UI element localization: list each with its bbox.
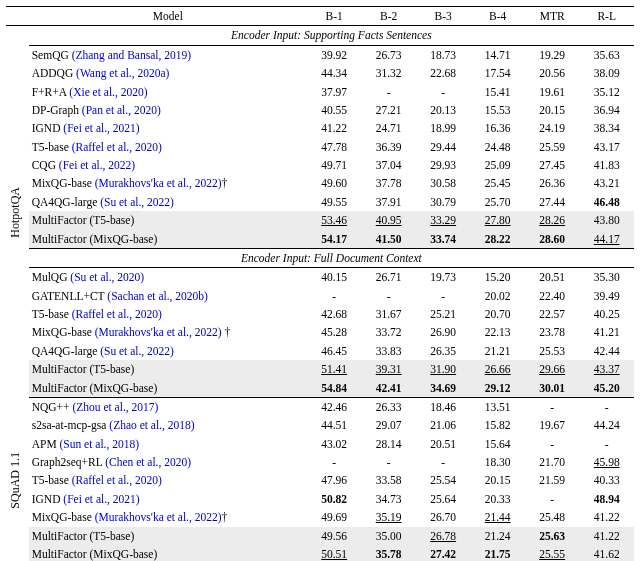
value-cell: 20.13: [416, 101, 471, 119]
value-cell: 31.67: [361, 305, 416, 323]
value-cell: 18.99: [416, 119, 471, 137]
value-cell: 49.60: [307, 174, 362, 192]
value-cell: 44.24: [579, 416, 634, 434]
value-cell: 26.70: [416, 508, 471, 526]
value-cell: 40.55: [307, 101, 362, 119]
model-cell: MultiFactor (T5-base): [29, 360, 307, 378]
model-cell: MultiFactor (T5-base): [29, 211, 307, 229]
value-cell: 34.69: [416, 379, 471, 398]
value-cell: 29.07: [361, 416, 416, 434]
value-cell: 46.48: [579, 193, 634, 211]
value-cell: 49.71: [307, 156, 362, 174]
value-cell: 25.45: [470, 174, 525, 192]
model-cell: QA4QG-large (Su et al., 2022): [29, 193, 307, 211]
model-cell: GATENLL+CT (Sachan et al., 2020b): [29, 287, 307, 305]
value-cell: -: [525, 397, 580, 416]
value-cell: 36.94: [579, 101, 634, 119]
value-cell: 19.29: [525, 45, 580, 64]
value-cell: 38.34: [579, 119, 634, 137]
value-cell: 37.91: [361, 193, 416, 211]
value-cell: 51.41: [307, 360, 362, 378]
value-cell: 41.22: [307, 119, 362, 137]
value-cell: -: [525, 490, 580, 508]
value-cell: 37.97: [307, 83, 362, 101]
value-cell: 18.46: [416, 397, 471, 416]
value-cell: 15.41: [470, 83, 525, 101]
value-cell: 41.21: [579, 323, 634, 341]
value-cell: 34.73: [361, 490, 416, 508]
value-cell: 27.21: [361, 101, 416, 119]
value-cell: 25.55: [525, 545, 580, 561]
value-cell: 24.48: [470, 138, 525, 156]
value-cell: 53.46: [307, 211, 362, 229]
model-cell: NQG++ (Zhou et al., 2017): [29, 397, 307, 416]
value-cell: 26.73: [361, 45, 416, 64]
value-cell: 33.29: [416, 211, 471, 229]
value-cell: 21.24: [470, 527, 525, 545]
value-cell: 28.22: [470, 230, 525, 249]
col-B-4: B-4: [470, 7, 525, 26]
value-cell: 28.60: [525, 230, 580, 249]
value-cell: 35.00: [361, 527, 416, 545]
value-cell: -: [307, 453, 362, 471]
model-cell: MultiFactor (MixQG-base): [29, 230, 307, 249]
value-cell: 19.67: [525, 416, 580, 434]
value-cell: 20.15: [525, 101, 580, 119]
value-cell: 37.78: [361, 174, 416, 192]
value-cell: 24.19: [525, 119, 580, 137]
value-cell: 43.80: [579, 211, 634, 229]
value-cell: 30.79: [416, 193, 471, 211]
model-cell: SemQG (Zhang and Bansal, 2019): [29, 45, 307, 64]
value-cell: 26.66: [470, 360, 525, 378]
value-cell: 29.66: [525, 360, 580, 378]
value-cell: 21.21: [470, 342, 525, 360]
model-cell: IGND (Fei et al., 2021): [29, 490, 307, 508]
value-cell: -: [579, 435, 634, 453]
model-cell: ADDQG (Wang et al., 2020a): [29, 64, 307, 82]
value-cell: 14.71: [470, 45, 525, 64]
value-cell: 27.45: [525, 156, 580, 174]
value-cell: 43.17: [579, 138, 634, 156]
value-cell: -: [361, 83, 416, 101]
value-cell: 15.82: [470, 416, 525, 434]
value-cell: -: [416, 83, 471, 101]
value-cell: 42.41: [361, 379, 416, 398]
value-cell: 26.90: [416, 323, 471, 341]
value-cell: 25.09: [470, 156, 525, 174]
value-cell: 30.01: [525, 379, 580, 398]
model-cell: T5-base (Raffel et al., 2020): [29, 471, 307, 489]
value-cell: 41.83: [579, 156, 634, 174]
value-cell: 39.49: [579, 287, 634, 305]
model-cell: MultiFactor (T5-base): [29, 527, 307, 545]
value-cell: 44.51: [307, 416, 362, 434]
value-cell: 25.59: [525, 138, 580, 156]
value-cell: 25.53: [525, 342, 580, 360]
value-cell: 26.71: [361, 268, 416, 287]
col-R-L: R-L: [579, 7, 634, 26]
value-cell: 49.56: [307, 527, 362, 545]
value-cell: 42.68: [307, 305, 362, 323]
value-cell: 47.96: [307, 471, 362, 489]
value-cell: 15.20: [470, 268, 525, 287]
value-cell: 35.30: [579, 268, 634, 287]
value-cell: 20.51: [416, 435, 471, 453]
value-cell: -: [416, 453, 471, 471]
model-cell: QA4QG-large (Su et al., 2022): [29, 342, 307, 360]
value-cell: 13.51: [470, 397, 525, 416]
value-cell: 35.19: [361, 508, 416, 526]
dataset-label: HotpotQA: [6, 26, 29, 398]
col-B-2: B-2: [361, 7, 416, 26]
value-cell: 50.82: [307, 490, 362, 508]
value-cell: 28.14: [361, 435, 416, 453]
value-cell: 50.51: [307, 545, 362, 561]
col-MTR: MTR: [525, 7, 580, 26]
value-cell: 33.72: [361, 323, 416, 341]
model-cell: MixQG-base (Murakhovs'ka et al., 2022)†: [29, 174, 307, 192]
value-cell: 43.02: [307, 435, 362, 453]
value-cell: 49.55: [307, 193, 362, 211]
value-cell: 22.13: [470, 323, 525, 341]
value-cell: 45.20: [579, 379, 634, 398]
value-cell: 28.26: [525, 211, 580, 229]
value-cell: -: [416, 287, 471, 305]
value-cell: 25.64: [416, 490, 471, 508]
